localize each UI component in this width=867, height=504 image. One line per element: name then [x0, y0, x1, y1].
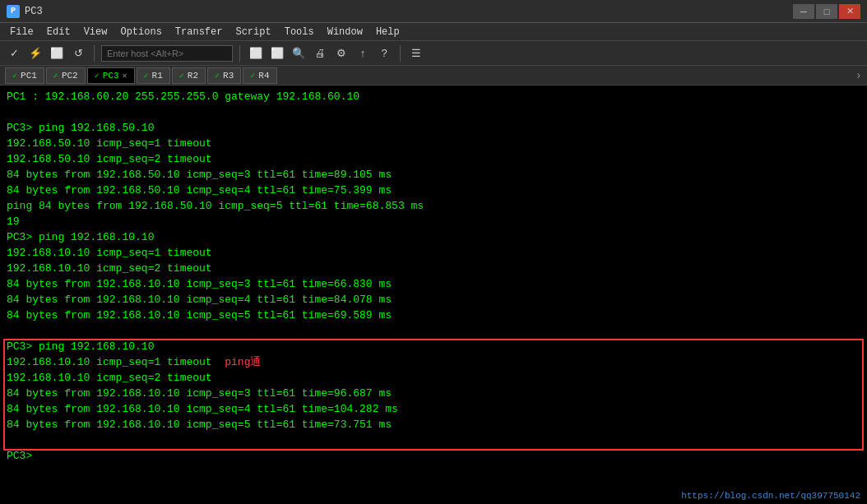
tab-r3[interactable]: ✓ R3 [207, 67, 241, 84]
terminal-line-22: 84 bytes from 192.168.10.10 icmp_seq=5 t… [7, 417, 860, 432]
host-input[interactable] [101, 45, 233, 62]
terminal-line-7: 84 bytes from 192.168.50.10 icmp_seq=4 t… [7, 183, 860, 198]
app-icon: P [7, 5, 20, 18]
toolbar-settings[interactable]: ⚙ [332, 44, 350, 62]
tab-r4-label: R4 [258, 71, 269, 81]
terminal-line-2 [7, 104, 860, 120]
tab-pc1-label: PC1 [21, 71, 37, 81]
menu-file[interactable]: File [3, 25, 40, 39]
menu-help[interactable]: Help [369, 25, 406, 39]
maximize-button[interactable]: □ [816, 4, 837, 19]
tab-pc2[interactable]: ✓ PC2 [46, 67, 86, 84]
terminal-line-12: 192.168.10.10 icmp_seq=2 timeout [7, 261, 860, 276]
toolbar-copy[interactable]: ⬜ [247, 44, 265, 62]
toolbar-paste[interactable]: ⬜ [268, 44, 286, 62]
toolbar-new[interactable]: ✓ [5, 44, 23, 62]
terminal-line-4: 192.168.50.10 icmp_seq=1 timeout [7, 136, 860, 151]
title-bar: P PC3 ─ □ ✕ [0, 0, 867, 23]
terminal-prompt: PC3> [7, 448, 860, 464]
tab-r3-label: R3 [223, 71, 234, 81]
tab-pc3[interactable]: ✓ PC3 ✕ [87, 67, 135, 84]
toolbar-lightning[interactable]: ⚡ [26, 44, 44, 62]
toolbar-upload[interactable]: ↑ [354, 44, 372, 62]
terminal-line-19: 192.168.10.10 icmp_seq=2 timeout [7, 370, 860, 386]
menu-script[interactable]: Script [229, 25, 277, 39]
terminal-line-8: ping 84 bytes from 192.168.50.10 icmp_se… [7, 198, 860, 214]
terminal-line-11: 192.168.10.10 icmp_seq=1 timeout [7, 245, 860, 261]
terminal-line-6: 84 bytes from 192.168.50.10 icmp_seq=3 t… [7, 167, 860, 183]
menu-view[interactable]: View [77, 25, 114, 39]
watermark: https://blog.csdn.net/qq397750142 [681, 491, 860, 501]
menu-bar: File Edit View Options Transfer Script T… [0, 23, 867, 41]
window-title: PC3 [25, 6, 793, 17]
close-button[interactable]: ✕ [839, 4, 860, 19]
terminal-line-1: PC1 : 192.168.60.20 255.255.255.0 gatewa… [7, 89, 860, 104]
terminal-line-20: 84 bytes from 192.168.10.10 icmp_seq=3 t… [7, 386, 860, 401]
toolbar-refresh[interactable]: ↺ [69, 44, 87, 62]
menu-tools[interactable]: Tools [278, 25, 321, 39]
tab-pc3-label: PC3 [103, 71, 119, 81]
menu-window[interactable]: Window [321, 25, 369, 39]
separator-1 [94, 45, 95, 62]
terminal-line-13: 84 bytes from 192.168.10.10 icmp_seq=3 t… [7, 276, 860, 292]
window-controls: ─ □ ✕ [793, 4, 860, 19]
tab-r1[interactable]: ✓ R1 [137, 67, 170, 84]
terminal[interactable]: PC1 : 192.168.60.20 255.255.255.0 gatewa… [0, 86, 867, 504]
tab-pc1[interactable]: ✓ PC1 [5, 67, 44, 84]
terminal-line-5: 192.168.50.10 icmp_seq=2 timeout [7, 151, 860, 167]
terminal-line-23 [7, 432, 860, 448]
toolbar-sftp[interactable]: ☰ [407, 44, 425, 62]
tab-r2-check: ✓ [179, 71, 184, 81]
tab-pc1-check: ✓ [12, 71, 17, 81]
tab-r1-check: ✓ [144, 71, 149, 81]
terminal-line-9: 19 [7, 214, 860, 229]
toolbar: ✓ ⚡ ⬜ ↺ ⬜ ⬜ 🔍 🖨 ⚙ ↑ ? ☰ [0, 41, 867, 66]
tab-r3-check: ✓ [215, 71, 220, 81]
tab-r2-label: R2 [188, 71, 198, 81]
tab-r1-label: R1 [152, 71, 163, 81]
tab-pc2-label: PC2 [62, 71, 78, 81]
minimize-button[interactable]: ─ [793, 4, 814, 19]
terminal-line-3: PC3> ping 192.168.50.10 [7, 120, 860, 136]
tab-r2[interactable]: ✓ R2 [172, 67, 206, 84]
menu-transfer[interactable]: Transfer [169, 25, 230, 39]
separator-2 [239, 45, 240, 62]
terminal-line-21: 84 bytes from 192.168.10.10 icmp_seq=4 t… [7, 401, 860, 417]
terminal-line-10: PC3> ping 192.168.10.10 [7, 229, 860, 245]
toolbar-help[interactable]: ? [375, 44, 393, 62]
terminal-line-15: 84 bytes from 192.168.10.10 icmp_seq=5 t… [7, 307, 860, 323]
tab-pc3-close[interactable]: ✕ [123, 71, 128, 81]
separator-3 [400, 45, 401, 62]
tab-pc3-check: ✓ [95, 71, 100, 81]
tab-pc2-check: ✓ [53, 71, 58, 81]
tab-r4-check: ✓ [250, 71, 255, 81]
tab-bar: ✓ PC1 ✓ PC2 ✓ PC3 ✕ ✓ R1 ✓ R2 ✓ R3 ✓ R4 … [0, 66, 867, 86]
terminal-line-18: 192.168.10.10 icmp_seq=1 timeout ping通 [7, 354, 860, 370]
terminal-line-17: PC3> ping 192.168.10.10 [7, 339, 860, 354]
tab-r4[interactable]: ✓ R4 [243, 67, 276, 84]
menu-edit[interactable]: Edit [40, 25, 77, 39]
ping-note: ping通 [225, 356, 261, 368]
toolbar-find[interactable]: 🔍 [290, 44, 308, 62]
toolbar-duplicate[interactable]: ⬜ [48, 44, 66, 62]
menu-options[interactable]: Options [114, 25, 168, 39]
tab-scroll-right[interactable]: › [855, 69, 862, 82]
toolbar-print[interactable]: 🖨 [311, 44, 329, 62]
terminal-line-16 [7, 323, 860, 339]
terminal-line-14: 84 bytes from 192.168.10.10 icmp_seq=4 t… [7, 292, 860, 307]
